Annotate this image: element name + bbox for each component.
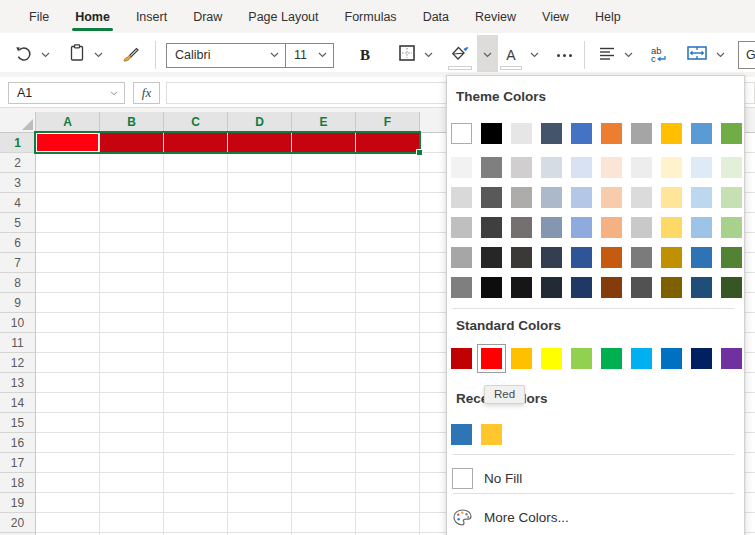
cell-D2[interactable]	[228, 153, 292, 173]
cell-B16[interactable]	[100, 433, 164, 453]
cell-B1[interactable]	[100, 133, 164, 153]
cell-D8[interactable]	[228, 273, 292, 293]
theme-tint-swatch-4-6[interactable]	[631, 247, 652, 268]
theme-color-swatch-3[interactable]	[541, 123, 562, 144]
cell-C5[interactable]	[164, 213, 228, 233]
cell-B7[interactable]	[100, 253, 164, 273]
column-header-E[interactable]: E	[292, 112, 356, 133]
cell-D16[interactable]	[228, 433, 292, 453]
cell-E6[interactable]	[292, 233, 356, 253]
cell-A8[interactable]	[36, 273, 100, 293]
theme-tint-swatch-4-3[interactable]	[541, 247, 562, 268]
menu-tab-view[interactable]: View	[529, 0, 582, 33]
cell-F12[interactable]	[356, 353, 420, 373]
theme-tint-swatch-4-8[interactable]	[691, 247, 712, 268]
cell-D14[interactable]	[228, 393, 292, 413]
align-dropdown-chevron[interactable]	[621, 39, 636, 71]
cell-C6[interactable]	[164, 233, 228, 253]
cell-E17[interactable]	[292, 453, 356, 473]
cell-C3[interactable]	[164, 173, 228, 193]
cell-D18[interactable]	[228, 473, 292, 493]
cell-B14[interactable]	[100, 393, 164, 413]
cell-A14[interactable]	[36, 393, 100, 413]
standard-color-dark-red[interactable]	[451, 348, 472, 369]
borders-button[interactable]	[396, 39, 418, 71]
row-header-9[interactable]: 9	[0, 293, 36, 313]
cell-C19[interactable]	[164, 493, 228, 513]
theme-tint-swatch-3-1[interactable]	[481, 217, 502, 238]
cell-C12[interactable]	[164, 353, 228, 373]
cell-E12[interactable]	[292, 353, 356, 373]
cell-F3[interactable]	[356, 173, 420, 193]
select-all-button[interactable]	[0, 112, 36, 133]
cell-C15[interactable]	[164, 413, 228, 433]
theme-tint-swatch-5-9[interactable]	[721, 277, 742, 298]
row-header-12[interactable]: 12	[0, 353, 36, 373]
borders-dropdown-chevron[interactable]	[421, 39, 436, 71]
theme-color-swatch-7[interactable]	[661, 123, 682, 144]
row-header-17[interactable]: 17	[0, 453, 36, 473]
cell-D9[interactable]	[228, 293, 292, 313]
theme-tint-swatch-2-7[interactable]	[661, 187, 682, 208]
cell-F8[interactable]	[356, 273, 420, 293]
row-header-20[interactable]: 20	[0, 513, 36, 533]
theme-color-swatch-8[interactable]	[691, 123, 712, 144]
standard-color-yellow[interactable]	[541, 348, 562, 369]
cell-F6[interactable]	[356, 233, 420, 253]
recent-color-swatch-0[interactable]	[451, 424, 472, 445]
theme-tint-swatch-1-7[interactable]	[661, 157, 682, 178]
theme-color-swatch-2[interactable]	[511, 123, 532, 144]
theme-tint-swatch-3-5[interactable]	[601, 217, 622, 238]
cell-D10[interactable]	[228, 313, 292, 333]
cell-E5[interactable]	[292, 213, 356, 233]
cell-B15[interactable]	[100, 413, 164, 433]
theme-color-swatch-5[interactable]	[601, 123, 622, 144]
cell-D6[interactable]	[228, 233, 292, 253]
theme-tint-swatch-2-3[interactable]	[541, 187, 562, 208]
theme-tint-swatch-1-3[interactable]	[541, 157, 562, 178]
cell-F17[interactable]	[356, 453, 420, 473]
row-header-13[interactable]: 13	[0, 373, 36, 393]
name-box[interactable]: A1	[8, 82, 125, 104]
cell-C11[interactable]	[164, 333, 228, 353]
cell-C10[interactable]	[164, 313, 228, 333]
menu-tab-file[interactable]: File	[16, 0, 62, 33]
cell-F19[interactable]	[356, 493, 420, 513]
theme-tint-swatch-1-1[interactable]	[481, 157, 502, 178]
cell-B9[interactable]	[100, 293, 164, 313]
theme-tint-swatch-3-9[interactable]	[721, 217, 742, 238]
theme-tint-swatch-5-7[interactable]	[661, 277, 682, 298]
cell-B12[interactable]	[100, 353, 164, 373]
cell-D17[interactable]	[228, 453, 292, 473]
cell-C2[interactable]	[164, 153, 228, 173]
undo-dropdown-chevron[interactable]	[38, 39, 53, 71]
cell-B6[interactable]	[100, 233, 164, 253]
bold-button[interactable]: B	[352, 39, 378, 71]
theme-tint-swatch-3-4[interactable]	[571, 217, 592, 238]
cell-F18[interactable]	[356, 473, 420, 493]
cell-D4[interactable]	[228, 193, 292, 213]
column-header-C[interactable]: C	[164, 112, 228, 133]
menu-tab-draw[interactable]: Draw	[180, 0, 235, 33]
standard-color-light-green[interactable]	[571, 348, 592, 369]
row-header-7[interactable]: 7	[0, 253, 36, 273]
cell-E2[interactable]	[292, 153, 356, 173]
cell-E19[interactable]	[292, 493, 356, 513]
cell-A12[interactable]	[36, 353, 100, 373]
insert-function-button[interactable]: fx	[133, 82, 160, 104]
cell-B3[interactable]	[100, 173, 164, 193]
cell-F1[interactable]	[356, 133, 420, 153]
cell-C7[interactable]	[164, 253, 228, 273]
cell-E3[interactable]	[292, 173, 356, 193]
theme-tint-swatch-4-4[interactable]	[571, 247, 592, 268]
cell-D7[interactable]	[228, 253, 292, 273]
cell-F5[interactable]	[356, 213, 420, 233]
standard-color-orange[interactable]	[511, 348, 532, 369]
cell-E13[interactable]	[292, 373, 356, 393]
cell-E10[interactable]	[292, 313, 356, 333]
cell-C17[interactable]	[164, 453, 228, 473]
standard-color-dark-blue[interactable]	[691, 348, 712, 369]
standard-color-purple[interactable]	[721, 348, 742, 369]
theme-tint-swatch-2-6[interactable]	[631, 187, 652, 208]
cell-F7[interactable]	[356, 253, 420, 273]
